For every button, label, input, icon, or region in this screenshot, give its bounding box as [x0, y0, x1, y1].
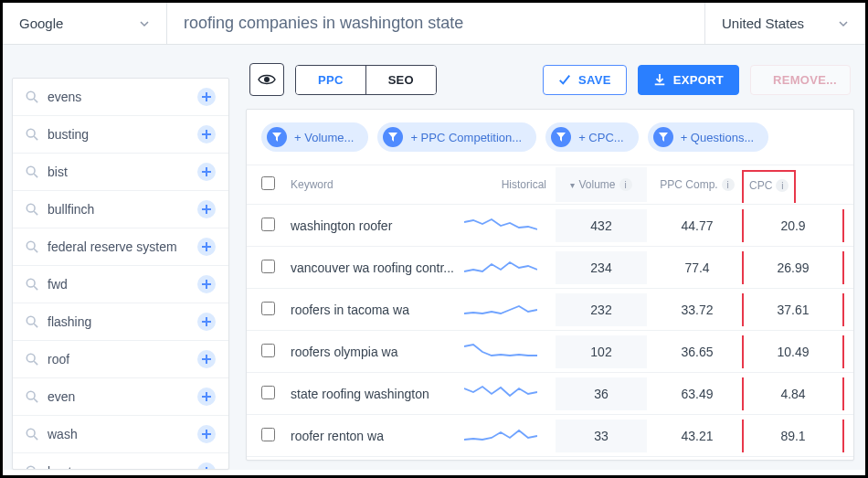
add-icon[interactable] [197, 275, 216, 293]
filter-chip[interactable]: + PPC Competition... [377, 122, 536, 152]
sidebar-item-label: evens [48, 90, 81, 104]
mode-tabs: PPC SEO [295, 65, 437, 95]
chevron-down-icon [838, 18, 849, 29]
search-query[interactable]: roofing companies in washington state [167, 3, 704, 44]
sidebar-item[interactable]: even [13, 377, 228, 415]
historical-cell [464, 382, 556, 405]
tab-seo[interactable]: SEO [366, 66, 436, 94]
sidebar-item[interactable]: bust [13, 452, 228, 470]
add-icon[interactable] [197, 88, 216, 106]
sidebar-item[interactable]: federal reserve system [13, 228, 228, 265]
col-cpc[interactable]: CPC i [747, 177, 839, 192]
row-checkbox[interactable] [261, 386, 275, 399]
ppc-comp-cell: 77.4 [647, 260, 747, 275]
region-select[interactable]: United States [704, 3, 865, 44]
svg-point-6 [26, 204, 35, 212]
historical-cell [464, 214, 556, 237]
cpc-cell: 37.61 [742, 293, 844, 326]
svg-point-14 [26, 354, 35, 362]
engine-select[interactable]: Google [3, 3, 167, 44]
svg-point-2 [26, 129, 35, 137]
col-volume[interactable]: ▾ Volume i [556, 167, 647, 202]
download-icon [653, 73, 666, 86]
filter-chip[interactable]: + Volume... [261, 122, 368, 152]
info-icon: i [722, 178, 735, 191]
table-header: Keyword Historical ▾ Volume i PPC Comp. … [247, 165, 853, 205]
svg-line-11 [34, 286, 37, 290]
sidebar-item[interactable]: flashing [13, 303, 228, 340]
sidebar-item[interactable]: busting [13, 115, 228, 153]
row-checkbox[interactable] [261, 218, 275, 231]
sidebar-item-label: fwd [48, 277, 68, 292]
col-ppc-comp[interactable]: PPC Comp. i [647, 178, 747, 191]
row-checkbox[interactable] [261, 302, 275, 315]
sidebar-item[interactable]: bullfinch [13, 190, 228, 228]
engine-label: Google [19, 16, 63, 31]
save-label: SAVE [578, 73, 611, 87]
filter-icon [551, 127, 571, 147]
keyword-cell[interactable]: state roofing washington [291, 387, 464, 401]
volume-cell: 234 [556, 251, 647, 284]
visibility-toggle[interactable] [249, 63, 284, 96]
tab-ppc[interactable]: PPC [296, 66, 366, 94]
info-icon: i [776, 179, 789, 192]
add-icon[interactable] [197, 388, 216, 406]
add-icon[interactable] [197, 200, 216, 218]
chevron-down-icon [139, 18, 150, 29]
ppc-comp-cell: 36.65 [647, 345, 747, 359]
svg-point-18 [26, 429, 35, 437]
sidebar-item[interactable]: roof [13, 340, 228, 377]
search-icon [26, 90, 38, 103]
svg-point-0 [26, 91, 35, 100]
add-icon[interactable] [197, 425, 216, 443]
volume-cell: 432 [556, 209, 647, 242]
table-body: washington roofer 432 44.77 20.9 vancouv… [247, 205, 853, 461]
keyword-cell[interactable]: roofers in tacoma wa [291, 303, 464, 317]
row-checkbox[interactable] [261, 344, 275, 357]
filter-chip-label: + PPC Competition... [410, 131, 522, 144]
keyword-cell[interactable]: roofers olympia wa [291, 345, 464, 359]
col-historical[interactable]: Historical [464, 178, 556, 191]
sidebar-item[interactable]: bist [13, 153, 228, 190]
add-icon[interactable] [197, 125, 216, 143]
sidebar-item-label: busting [48, 127, 89, 142]
search-icon [26, 128, 38, 141]
svg-line-3 [34, 136, 37, 140]
svg-line-5 [34, 174, 37, 177]
svg-line-17 [34, 398, 37, 402]
filter-chip[interactable]: + CPC... [545, 122, 639, 152]
col-keyword[interactable]: Keyword [291, 178, 464, 191]
sort-desc-icon: ▾ [570, 180, 575, 190]
save-button[interactable]: SAVE [543, 65, 627, 95]
sidebar-item-label: bist [48, 165, 68, 179]
svg-point-24 [264, 77, 270, 82]
cpc-cell: 4.84 [742, 377, 844, 410]
add-icon[interactable] [197, 313, 216, 331]
sidebar-item-label: federal reserve system [48, 239, 177, 254]
keyword-cell[interactable]: vancouver wa roofing contr... [291, 260, 464, 275]
svg-line-7 [34, 211, 37, 215]
ppc-comp-cell: 43.21 [647, 429, 747, 443]
table-row: washington roofer 432 44.77 20.9 [247, 205, 853, 247]
sidebar-item[interactable]: fwd [13, 265, 228, 303]
sidebar-item[interactable]: evens [13, 79, 228, 115]
sidebar-item-label: even [48, 389, 75, 404]
export-button[interactable]: EXPORT [638, 65, 739, 95]
keyword-cell[interactable]: roofer renton wa [291, 429, 464, 443]
add-icon[interactable] [197, 163, 216, 181]
historical-cell [464, 340, 556, 363]
search-query-text: roofing companies in washington state [184, 14, 463, 33]
search-icon [26, 428, 38, 441]
keyword-cell[interactable]: washington roofer [291, 218, 464, 233]
select-all-checkbox[interactable] [261, 176, 275, 190]
row-checkbox[interactable] [261, 428, 275, 441]
add-icon[interactable] [197, 350, 216, 368]
search-icon [26, 315, 38, 328]
row-checkbox[interactable] [261, 260, 275, 273]
sidebar-item[interactable]: wash [13, 415, 228, 452]
filter-chip[interactable]: + Questions... [648, 122, 769, 152]
sidebar: evensbustingbistbullfinchfederal reserve… [3, 45, 237, 470]
add-icon[interactable] [197, 462, 216, 470]
add-icon[interactable] [197, 238, 216, 256]
volume-cell: 102 [556, 335, 647, 368]
